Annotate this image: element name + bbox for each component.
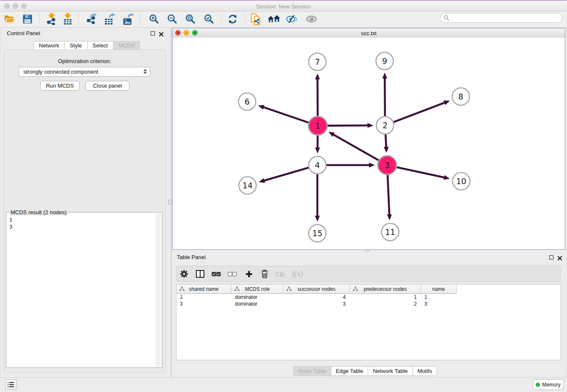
export-image-button[interactable] (121, 12, 135, 26)
import-network-button[interactable] (44, 12, 59, 26)
result-line: 3 (9, 223, 12, 230)
edge-arrowhead (258, 105, 264, 110)
edge-2-3[interactable] (385, 134, 386, 148)
edge-1-2[interactable] (328, 125, 369, 126)
table-header: shared nameMCDS rolesuccessor nodesprede… (176, 284, 457, 294)
tab-node-table[interactable]: Node Table (293, 366, 331, 376)
home-layout-button[interactable] (267, 12, 281, 26)
task-history-button[interactable] (5, 379, 17, 390)
export-network-button[interactable] (84, 12, 99, 26)
list-icon (8, 382, 14, 387)
refresh-view-button[interactable] (226, 12, 240, 26)
node-label-6: 6 (245, 97, 250, 106)
table-row[interactable]: 3dominator323 (176, 301, 561, 307)
hide-graphics-details-button[interactable] (285, 12, 299, 26)
optimization-criterion-dropdown[interactable]: strongly connected component (19, 67, 150, 77)
network-view-window: × − + scc.txt 7968124314101511 (172, 28, 565, 250)
column-type-icon (286, 287, 292, 291)
column-type-icon (234, 287, 239, 291)
result-scrollbar[interactable] (155, 213, 161, 367)
column-header-name[interactable]: name (421, 284, 457, 294)
node-label-3: 3 (385, 160, 390, 170)
optimization-criterion-label: Optimization criterion: (3, 58, 166, 64)
duplicate-network-button[interactable] (249, 12, 263, 26)
edge-1-7[interactable] (317, 78, 318, 116)
memory-button[interactable]: Memory (533, 379, 564, 390)
import-table-button[interactable] (61, 12, 75, 26)
edge-3-1[interactable] (333, 134, 379, 160)
table-panel-close-button[interactable] (557, 255, 562, 262)
select-all-button[interactable] (210, 268, 223, 279)
memory-label: Memory (542, 382, 560, 388)
delete-column-button[interactable] (258, 268, 271, 279)
edge-4-14[interactable] (263, 168, 308, 181)
edge-arrowhead (384, 147, 389, 153)
tab-select[interactable]: Select (87, 41, 113, 50)
search-input[interactable] (451, 14, 562, 22)
window-left-accent (0, 0, 0, 392)
node-table: shared nameMCDS rolesuccessor nodesprede… (176, 284, 561, 360)
column-header-successor-nodes[interactable]: successor nodes (284, 284, 350, 294)
network-canvas[interactable]: 7968124314101511 (173, 38, 565, 249)
control-panel-tabs: NetworkStyleSelectMCDS (33, 41, 140, 50)
edge-1-6[interactable] (262, 107, 308, 122)
node-label-11: 11 (385, 227, 395, 237)
column-type-icon (179, 287, 184, 291)
edge-arrowhead (387, 214, 392, 220)
network-graph[interactable]: 7968124314101511 (173, 38, 565, 249)
create-column-button[interactable] (242, 268, 255, 279)
table-cell: 3 (176, 301, 231, 307)
mcds-result-box (6, 212, 162, 368)
zoom-selected-button[interactable] (202, 12, 216, 26)
column-header-shared-name[interactable]: shared name (176, 284, 231, 294)
edge-2-8[interactable] (394, 102, 446, 122)
tab-mcds[interactable]: MCDS (113, 41, 140, 50)
tab-style[interactable]: Style (64, 41, 88, 50)
search-box (440, 13, 562, 23)
open-session-button[interactable] (2, 12, 17, 26)
close-panel-button[interactable]: Close panel (85, 81, 129, 91)
control-panel-close-button[interactable] (159, 31, 164, 39)
column-header-mcds-role[interactable]: MCDS role (231, 284, 284, 294)
table-cell: dominator (231, 301, 284, 307)
table-panel-float-button[interactable] (549, 255, 553, 259)
node-label-1: 1 (315, 121, 320, 130)
window-title: Session: New Session (0, 3, 567, 10)
table-cell: 1 (176, 294, 231, 301)
show-column-button[interactable] (194, 268, 206, 279)
run-mcds-button[interactable]: Run MCDS (40, 81, 80, 91)
edge-arrowhead (315, 73, 320, 79)
export-table-button[interactable] (102, 12, 117, 26)
show-graphics-details-icon[interactable] (304, 12, 319, 26)
column-header-label: MCDS role (245, 286, 270, 292)
node-label-7: 7 (315, 57, 320, 66)
edge-arrowhead (259, 178, 265, 183)
node-label-14: 14 (242, 181, 253, 190)
table-row[interactable]: 1dominator411 (176, 294, 561, 301)
zoom-out-button[interactable] (165, 12, 179, 26)
main-toolbar (0, 11, 567, 28)
zoom-in-button[interactable] (147, 12, 161, 26)
edge-3-10[interactable] (396, 167, 445, 178)
edge-arrowhead (367, 123, 373, 128)
column-header-predecessor-nodes[interactable]: predecessor nodes (350, 284, 421, 294)
table-cell: 2 (350, 301, 421, 307)
column-type-icon (353, 287, 358, 291)
network-window-title: scc.txt (173, 30, 565, 36)
table-settings-button[interactable] (178, 268, 190, 279)
result-line: 1 (9, 216, 12, 223)
save-session-button[interactable] (20, 12, 35, 26)
node-label-4: 4 (315, 160, 320, 170)
column-header-label: successor nodes (297, 286, 336, 292)
edge-2-9[interactable] (385, 77, 385, 116)
tab-edge-table[interactable]: Edge Table (331, 366, 369, 376)
vertical-splitter-grip[interactable] (168, 200, 172, 204)
edge-3-11[interactable] (388, 175, 389, 216)
deselect-all-button[interactable] (226, 268, 239, 279)
tab-motifs[interactable]: Motifs (413, 366, 438, 376)
zoom-fit-button[interactable] (183, 12, 198, 26)
control-panel-float-button[interactable] (151, 31, 155, 36)
column-header-label: predecessor nodes (363, 286, 407, 292)
tab-network-table[interactable]: Network Table (368, 366, 413, 376)
tab-network[interactable]: Network (33, 41, 65, 50)
